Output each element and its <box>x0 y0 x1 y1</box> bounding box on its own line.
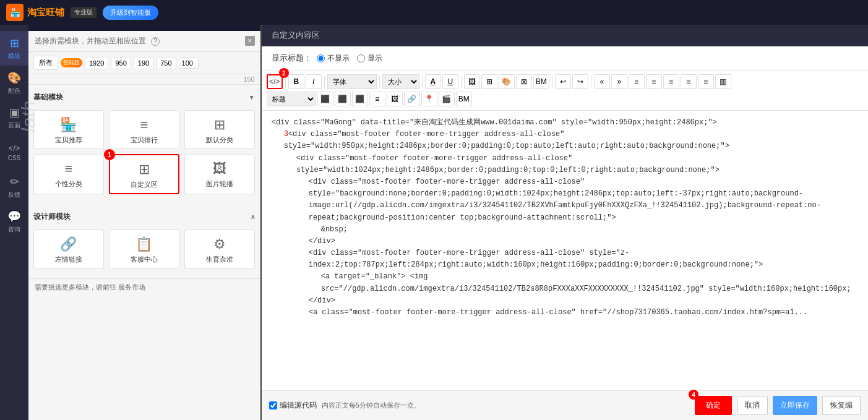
module-icon: ⊞ <box>10 36 19 50</box>
module-custom-category[interactable]: ≡ 个性分类 <box>33 154 104 194</box>
align-right-btn[interactable]: ⬛ <box>352 92 368 106</box>
code-line-9: repeat;background-position:center top;ba… <box>272 212 858 224</box>
separator-4 <box>422 75 423 88</box>
display-title-label: 显示标题： <box>272 53 312 64</box>
heading-select[interactable]: 标题 <box>267 92 316 106</box>
indent-in-button[interactable]: » <box>611 74 627 89</box>
source-code-checkbox[interactable] <box>269 401 277 409</box>
font-select[interactable]: 字体 <box>327 74 377 89</box>
italic-button[interactable]: I <box>306 74 322 89</box>
module-generate-code[interactable]: ⚙ 生育杂准 <box>184 229 255 268</box>
extra-button-1[interactable]: ⊠ <box>516 74 532 89</box>
bottom-hint: 需要挑选更多模块，请前往 服务市场 <box>28 278 260 296</box>
panel-hint: 选择所需模块，并拖动至相应位置 <box>35 36 146 46</box>
code-line-16: </div> <box>272 295 858 307</box>
separator-5 <box>461 75 462 88</box>
consult-icon: 💬 <box>7 210 21 223</box>
css-icon: </> <box>9 144 20 153</box>
align-4[interactable]: ≡ <box>681 74 697 89</box>
align-5[interactable]: ≡ <box>698 74 714 89</box>
badge-4: 4 <box>689 390 698 400</box>
color-fill-button[interactable]: 🎨 <box>499 74 515 89</box>
module-grid-designer: 🔗 左情链接 📋 客服中心 ⚙ 生育杂准 <box>33 225 255 273</box>
designer-section-header[interactable]: 设计师模块 ∧ <box>33 209 255 225</box>
sidebar-item-page[interactable]: ▣ 页面 <box>0 100 28 135</box>
redo-button[interactable]: ↪ <box>572 74 588 89</box>
radio-group: 不显示 显示 <box>317 53 382 64</box>
list-btn[interactable]: ≡ <box>369 92 385 106</box>
cancel-button[interactable]: 取消 <box>737 396 768 415</box>
align-center-btn[interactable]: ⬛ <box>335 92 351 106</box>
save-button[interactable]: 立即保存 <box>773 396 817 415</box>
underline-button[interactable]: U <box>442 74 458 89</box>
size-select[interactable]: 大小 <box>382 74 419 89</box>
size-btn-1920[interactable]: 1920 <box>85 57 108 69</box>
code-line-2: 3<div class="most-footer footer-more-tri… <box>272 129 858 140</box>
code-line-13: index:2;top:787px;left:284px;right:auto;… <box>272 259 858 271</box>
code-area[interactable]: <div class="MaGong" data-title="来自淘宝代码生成… <box>262 111 868 390</box>
image-btn-2[interactable]: 🖼 <box>387 92 403 106</box>
ruler-label: 150 <box>28 74 260 85</box>
confirm-button[interactable]: 确定 <box>695 396 732 415</box>
separator-7 <box>591 75 591 88</box>
left-panel: lath 选择所需模块，并拖动至相应位置 ? × 所有 智能版 1920 950… <box>28 31 260 420</box>
undo-button[interactable]: ↩ <box>555 74 571 89</box>
help-icon[interactable]: ? <box>151 37 160 46</box>
bottom-left: 编辑源代码 内容正文每5分钟自动保存一次。 <box>269 400 421 411</box>
basic-section-header[interactable]: 基础模块 ▼ <box>33 90 255 105</box>
code-btn-wrapper: 2 </> <box>267 74 283 89</box>
align-1[interactable]: ≡ <box>629 74 645 89</box>
upgrade-button[interactable]: 升级到智能版 <box>103 6 158 20</box>
module-default-category[interactable]: ⊞ 默认分类 <box>184 110 255 149</box>
indent-out-button[interactable]: « <box>594 74 610 89</box>
close-button[interactable]: × <box>245 36 255 46</box>
bold-button[interactable]: B <box>288 74 304 89</box>
sidebar-item-css[interactable]: </> CSS <box>0 135 28 169</box>
size-btn-750[interactable]: 750 <box>156 57 176 69</box>
custom-size-input[interactable] <box>179 58 199 69</box>
image-button[interactable]: 🖼 <box>464 74 480 89</box>
module-custom-zone[interactable]: ⊞ 自定义区 <box>109 154 179 194</box>
sidebar-item-consult[interactable]: 💬 咨询 <box>0 204 28 239</box>
map-btn[interactable]: 📍 <box>421 92 437 106</box>
link-btn[interactable]: 🔗 <box>404 92 420 106</box>
align-right[interactable]: ▥ <box>715 74 731 89</box>
font-color-button[interactable]: A <box>425 74 441 89</box>
media-btn[interactable]: 🎬 <box>439 92 455 106</box>
module-service-center[interactable]: 📋 客服中心 <box>109 229 179 268</box>
sidebar-item-color[interactable]: 🎨 配色 <box>0 66 28 100</box>
panel-header: 选择所需模块，并拖动至相应位置 ? × <box>28 31 260 52</box>
align-3[interactable]: ≡ <box>663 74 679 89</box>
color-icon: 🎨 <box>7 71 21 85</box>
separator-6 <box>552 75 552 88</box>
display-title-row: 显示标题： 不显示 显示 <box>262 46 868 71</box>
table-button[interactable]: ⊞ <box>481 74 497 89</box>
module-image-carousel[interactable]: 🖼 图片轮播 <box>184 154 255 194</box>
sidebar-item-module[interactable]: ⊞ 模块 <box>0 31 28 66</box>
sidebar-item-feedback[interactable]: ✏ 反馈 <box>0 169 28 204</box>
source-code-checkbox-label[interactable]: 编辑源代码 <box>269 400 317 411</box>
size-btn-190[interactable]: 190 <box>134 57 153 69</box>
custom-zone-icon: ⊞ <box>139 161 150 178</box>
module-product-rank[interactable]: ≡ 宝贝排行 <box>109 110 179 149</box>
size-btn-950[interactable]: 950 <box>111 57 131 69</box>
module-product-recommend[interactable]: 🏪 宝贝推荐 <box>33 110 104 149</box>
align-left-btn[interactable]: ⬛ <box>317 92 333 106</box>
code-line-10: &nbsp; <box>272 224 858 236</box>
sidebar-item-label: 咨询 <box>8 225 20 234</box>
badge-1: 1 <box>104 149 115 160</box>
module-left-link[interactable]: 🔗 左情链接 <box>33 229 104 268</box>
extra-button-2[interactable]: BM <box>533 74 549 89</box>
default-category-icon: ⊞ <box>214 117 225 133</box>
radio-hide-input[interactable] <box>317 54 325 62</box>
radio-show[interactable]: 显示 <box>357 53 382 64</box>
sidebar-item-label: CSS <box>8 155 21 161</box>
restore-button[interactable]: 恢复编 <box>822 396 861 415</box>
tab-all[interactable]: 所有 <box>33 56 58 70</box>
radio-show-input[interactable] <box>357 54 365 62</box>
bm-btn[interactable]: BM <box>456 92 472 106</box>
radio-hide[interactable]: 不显示 <box>317 53 350 64</box>
icon-sidebar: ⊞ 模块 🎨 配色 ▣ 页面 </> CSS ✏ 反馈 💬 咨询 <box>0 25 28 420</box>
align-2[interactable]: ≡ <box>646 74 662 89</box>
smart-badge: 智能版 <box>61 58 82 67</box>
